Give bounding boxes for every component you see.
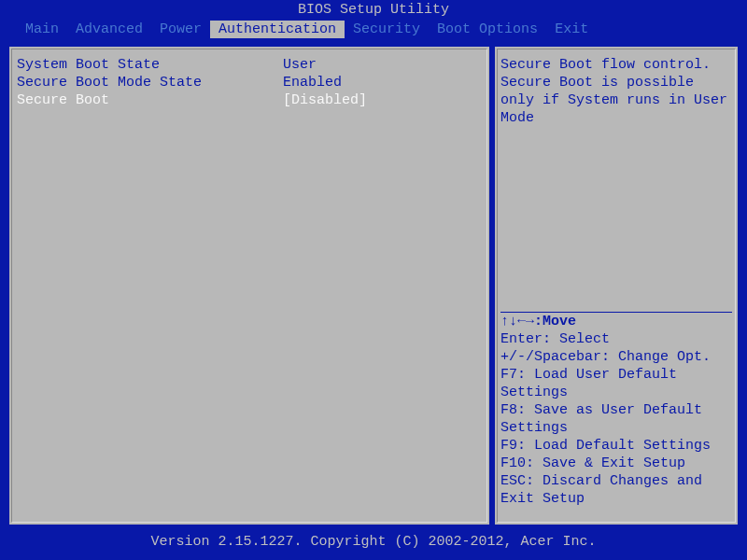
setting-value[interactable]: [Disabled] bbox=[283, 91, 367, 109]
hint-change: +/-/Spacebar: Change Opt. bbox=[500, 348, 732, 366]
menu-boot-options[interactable]: Boot Options bbox=[429, 21, 546, 38]
title-bar: BIOS Setup Utility bbox=[0, 0, 747, 20]
setting-secure-boot[interactable]: Secure Boot [Disabled] bbox=[17, 91, 482, 109]
menu-advanced[interactable]: Advanced bbox=[67, 21, 151, 38]
hint-esc: ESC: Discard Changes and Exit Setup bbox=[500, 472, 732, 508]
hint-move: ↑↓←→:Move bbox=[500, 313, 732, 330]
setting-label: Secure Boot bbox=[17, 91, 283, 109]
menu-authentication[interactable]: Authentication bbox=[210, 21, 345, 38]
hint-f10: F10: Save & Exit Setup bbox=[500, 455, 732, 472]
setting-system-boot-state: System Boot State User bbox=[17, 56, 482, 74]
menu-main[interactable]: Main bbox=[17, 21, 67, 38]
content-panel: System Boot State User Secure Boot Mode … bbox=[7, 45, 490, 526]
setting-label: System Boot State bbox=[17, 56, 283, 74]
hint-f7: F7: Load User Default Settings bbox=[500, 366, 732, 401]
setting-secure-boot-mode-state: Secure Boot Mode State Enabled bbox=[17, 74, 482, 91]
setting-value: Enabled bbox=[283, 74, 342, 91]
menu-exit[interactable]: Exit bbox=[546, 21, 597, 38]
key-hints: ↑↓←→:Move Enter: Select +/-/Spacebar: Ch… bbox=[500, 313, 732, 515]
help-description: Secure Boot flow control. Secure Boot is… bbox=[500, 56, 732, 127]
menu-security[interactable]: Security bbox=[345, 21, 429, 38]
setting-value: User bbox=[283, 56, 317, 74]
hint-f8: F8: Save as User Default Settings bbox=[500, 401, 732, 437]
setting-label: Secure Boot Mode State bbox=[17, 74, 283, 91]
hint-enter: Enter: Select bbox=[500, 330, 732, 348]
menu-bar: Main Advanced Power Authentication Secur… bbox=[0, 20, 747, 39]
hint-f9: F9: Load Default Settings bbox=[500, 437, 732, 455]
footer-bar: Version 2.15.1227. Copyright (C) 2002-20… bbox=[0, 532, 747, 552]
menu-power[interactable]: Power bbox=[151, 21, 210, 38]
arrows-icon: ↑↓←→:Move bbox=[500, 314, 576, 329]
main-area: System Boot State User Secure Boot Mode … bbox=[0, 39, 747, 532]
help-panel: Secure Boot flow control. Secure Boot is… bbox=[494, 45, 740, 526]
